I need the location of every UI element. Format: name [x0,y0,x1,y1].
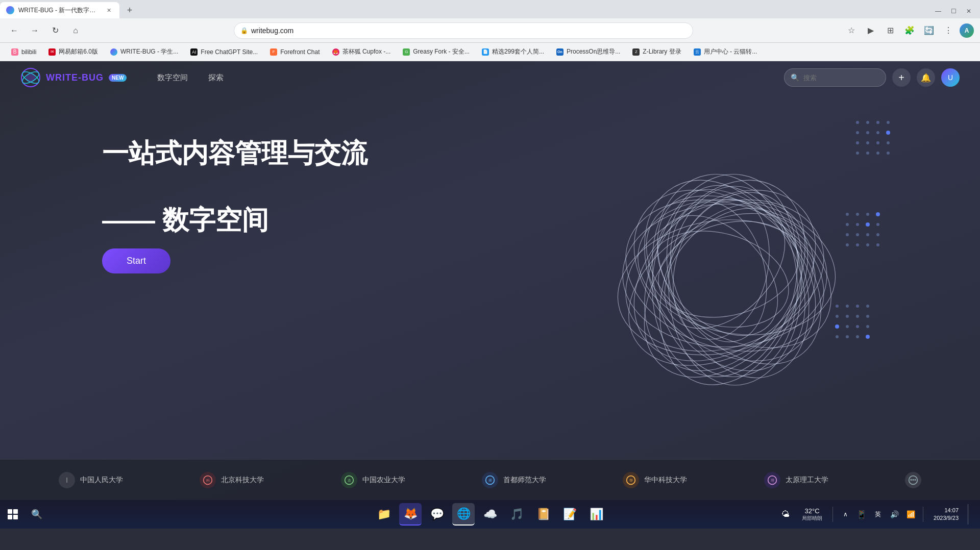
taskbar-app-explorer[interactable]: 📁 [373,503,395,526]
bookmark-bilibili[interactable]: B bilibili [6,45,41,59]
taskbar-system-tray: 🌤 32°C 局部晴朗 ∧ 📱 英 🔊 📶 14:07 2023/9/23 [777,504,980,524]
svg-text:理: 理 [770,479,774,482]
extension-puzzle-button[interactable]: 🧩 [901,22,918,39]
maximize-button[interactable]: ☐ [946,4,961,18]
taskbar-app-feishu[interactable]: 🦊 [399,503,422,526]
back-button[interactable]: ← [6,22,22,39]
bookmark-greasyfork[interactable]: G Greasy Fork - 安全... [398,45,475,59]
active-tab[interactable]: WRITE-BUG - 新一代数字空间 ✕ [0,2,119,18]
site-search-box[interactable]: 🔍 [784,68,886,87]
taskbar-app-excel[interactable]: 📊 [585,503,607,526]
svg-text:农: 农 [347,479,351,482]
uni-shifan[interactable]: 师 首都师范大学 [482,472,546,488]
site-bell-button[interactable]: 🔔 [917,68,935,87]
nav-link-digital-space[interactable]: 数字空间 [157,73,188,83]
taskbar-volume-icon[interactable]: 🔊 [888,508,900,520]
svg-point-78 [26,72,36,83]
uni-huazhong-label: 华中科技大学 [644,476,687,485]
start-menu-button[interactable] [0,500,26,529]
hero-section: 一站式内容管理与交流 —— 数字空间 Start [0,94,980,294]
bookmark-cupfox[interactable]: 🦊 茶杯狐 Cupfox -... [327,45,396,59]
bookmark-zlibrary[interactable]: Z Z-Library 登录 [627,45,686,59]
taskbar-app-music[interactable]: 🎵 [505,503,528,526]
site-logo[interactable]: WRITE-BUG NEW [20,67,127,88]
svg-text:华: 华 [629,479,633,482]
taskbar-app-chrome[interactable]: 🌐 [452,503,475,526]
nav-link-explore[interactable]: 探索 [208,73,224,83]
hero-title-line1: 一站式内容管理与交流 [102,135,960,172]
close-button[interactable]: ✕ [962,4,976,18]
uni-renmin[interactable]: | 中国人民大学 [59,472,123,488]
bookmark-yunmao-label: 用户中心 - 云猫转... [704,47,757,56]
uni-more[interactable]: ••• [905,472,921,488]
taskbar-weather[interactable]: 🌤 [777,510,794,519]
bookmark-greasyfork-icon: G [403,48,410,56]
extension-button[interactable]: ⊞ [882,22,898,39]
site-search-icon: 🔍 [791,73,799,82]
sync-button[interactable]: 🔄 [921,22,937,39]
taskbar-app-reader[interactable]: 📔 [532,503,554,526]
taskbar-search-button[interactable]: 🔍 [26,500,48,529]
tab-close-button[interactable]: ✕ [104,6,113,15]
bookmark-chatgpt-icon: AI [190,48,198,56]
svg-text:师: 师 [488,479,492,482]
start-button[interactable]: Start [102,248,170,273]
site-user-avatar[interactable]: U [941,68,960,87]
taskbar-ime-icon[interactable]: 英 [872,508,884,520]
taskbar-up-arrow[interactable]: ∧ [839,508,851,520]
taskbar-time-display: 14:07 [934,507,959,514]
bookmark-writebug[interactable]: WRITE-BUG - 学生... [105,45,183,59]
svg-text:•••: ••• [910,476,916,483]
toolbar-right: ☆ ▶ ⊞ 🧩 🔄 ⋮ A [843,22,974,39]
tab-bar: WRITE-BUG - 新一代数字空间 ✕ + — ☐ ✕ [0,0,980,18]
university-bar: | 中国人民大学 科 北京科技大学 农 中国农业大学 师 首都师范大学 华 华中… [0,459,980,500]
home-button[interactable]: ⌂ [67,22,84,39]
minimize-button[interactable]: — [931,4,945,18]
menu-button[interactable]: ⋮ [940,22,957,39]
bookmark-yunmao[interactable]: 云 用户中心 - 云猫转... [689,45,763,59]
forward-button[interactable]: → [27,22,43,39]
site-add-button[interactable]: + [892,68,911,87]
uni-renmin-label: 中国人民大学 [80,476,123,485]
taskbar-network-icon[interactable]: 📶 [904,508,917,520]
bookmark-forefront[interactable]: F Forefront Chat [265,45,325,59]
profile-button[interactable]: A [960,23,974,38]
uni-keda[interactable]: 科 北京科技大学 [200,472,264,488]
uni-shifan-icon: 师 [482,472,498,488]
bookmark-yunmao-icon: 云 [694,48,701,56]
taskbar-app-notes[interactable]: 📝 [558,503,581,526]
bookmark-processon-icon: On [556,48,564,56]
taskbar-app-wechat[interactable]: 💬 [426,503,448,526]
refresh-button[interactable]: ↻ [47,22,63,39]
taskbar-weather-desc: 局部晴朗 [802,515,822,522]
bookmark-zlibrary-label: Z-Library 登录 [643,47,681,56]
bookmark-star-button[interactable]: ☆ [843,22,860,39]
bookmark-resume[interactable]: 📄 精选299套个人简... [477,45,549,59]
cast-button[interactable]: ▶ [863,22,879,39]
bookmark-mail[interactable]: ✉ 网易邮箱6.0版 [43,45,103,59]
site-nav-right: 🔍 + 🔔 U [784,68,960,87]
taskbar-show-desktop[interactable] [968,504,972,524]
site-logo-badge: NEW [109,74,127,82]
taskbar-app-onedrive[interactable]: ☁️ [479,503,501,526]
taskbar-notification-icon[interactable]: 📱 [855,508,868,520]
new-tab-button[interactable]: + [121,2,138,18]
site-logo-icon [20,67,41,88]
site-search-input[interactable] [803,74,879,82]
url-text: writebug.com [251,27,687,35]
uni-huazhong[interactable]: 华 华中科技大学 [623,472,687,488]
divider [832,507,833,522]
uni-nongye[interactable]: 农 中国农业大学 [341,472,405,488]
taskbar-time[interactable]: 14:07 2023/9/23 [929,507,963,522]
bookmark-cupfox-icon: 🦊 [332,48,339,56]
website-content: .circle-path { fill: none; stroke: rgba(… [0,61,980,500]
uni-taiyuan[interactable]: 理 太原理工大学 [764,472,828,488]
address-bar[interactable]: 🔒 writebug.com [234,22,693,39]
browser-chrome: WRITE-BUG - 新一代数字空间 ✕ + — ☐ ✕ ← → ↻ ⌂ 🔒 … [0,0,980,61]
svg-text:科: 科 [206,479,210,482]
bookmark-cupfox-label: 茶杯狐 Cupfox -... [342,47,391,56]
bookmark-chatgpt[interactable]: AI Free ChatGPT Site... [185,45,263,59]
lock-icon: 🔒 [240,27,248,34]
bookmark-processon[interactable]: On ProcessOn思维导... [551,45,625,59]
bookmark-bilibili-icon: B [11,48,18,56]
